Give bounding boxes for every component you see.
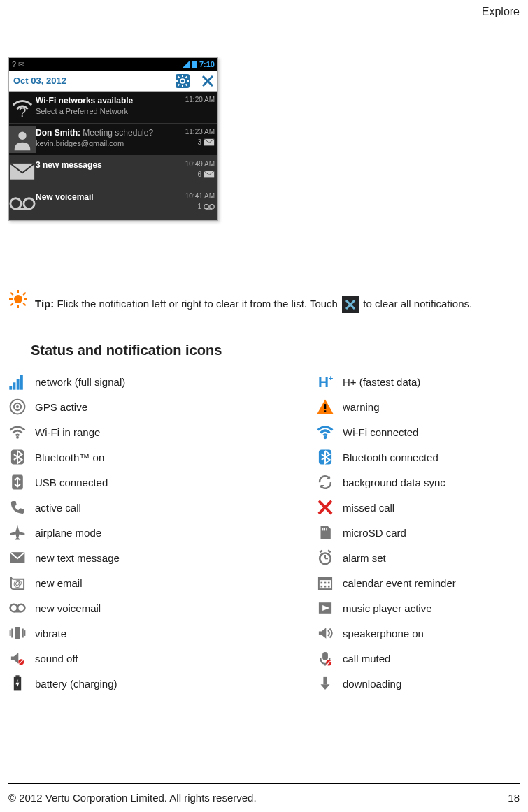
svg-line-8 bbox=[186, 84, 187, 85]
svg-rect-28 bbox=[9, 298, 13, 300]
icon-label: active call bbox=[35, 502, 81, 514]
svg-rect-83 bbox=[322, 652, 328, 660]
svg-point-72 bbox=[10, 604, 17, 611]
icon-definition: vibrate bbox=[8, 624, 316, 642]
table-row: GPS activewarning bbox=[8, 394, 519, 419]
voicemail-icon bbox=[9, 188, 36, 219]
svg-rect-38 bbox=[17, 379, 20, 390]
notification-title: Don Smith: Meeting schedule? bbox=[36, 128, 174, 138]
notification-meta: 11:20 AM bbox=[177, 92, 217, 123]
table-row: new voicemailmusic player active bbox=[8, 595, 519, 621]
icon-definition: calendar event reminder bbox=[316, 574, 512, 592]
table-row: network (full signal)H+H+ (fastest data) bbox=[8, 369, 519, 394]
icon-definition: warning bbox=[316, 398, 512, 416]
section-heading: Status and notification icons bbox=[31, 342, 222, 358]
table-row: sound offcall muted bbox=[8, 646, 519, 671]
phone-screenshot: ? ✉ 7:10 Oct 03, 2012 ?Wi-Fi networks av… bbox=[8, 57, 218, 221]
notification-row[interactable]: ?Wi-Fi networks availableSelect a Prefer… bbox=[9, 92, 217, 124]
notification-body: 3 new messages bbox=[36, 156, 177, 187]
bluetooth-connected-icon bbox=[316, 448, 334, 466]
svg-point-2 bbox=[180, 79, 185, 83]
table-row: @new emailcalendar event reminder bbox=[8, 570, 519, 595]
alarm-set-icon bbox=[316, 549, 334, 567]
table-row: airplane modemicroSD card bbox=[8, 520, 519, 545]
svg-line-61 bbox=[320, 551, 322, 553]
svg-text:@: @ bbox=[13, 578, 22, 588]
icon-label: Bluetooth connected bbox=[343, 451, 438, 463]
warning-icon bbox=[316, 398, 334, 416]
active-call-icon bbox=[8, 498, 27, 516]
svg-rect-66 bbox=[321, 582, 323, 584]
svg-rect-67 bbox=[324, 582, 327, 584]
icon-label: microSD card bbox=[343, 527, 406, 539]
icon-label: speakerphone on bbox=[343, 628, 424, 639]
icon-definition: microSD card bbox=[316, 523, 512, 542]
svg-rect-69 bbox=[321, 586, 323, 588]
icon-definition: USB connected bbox=[8, 473, 316, 491]
svg-line-62 bbox=[328, 551, 331, 553]
calendar-reminder-icon bbox=[316, 574, 334, 592]
phone-date-bar: Oct 03, 2012 bbox=[9, 71, 217, 92]
icon-definition: Bluetooth connected bbox=[316, 448, 512, 466]
svg-point-23 bbox=[210, 204, 214, 208]
svg-rect-88 bbox=[15, 675, 19, 677]
icon-definition: alarm set bbox=[316, 549, 512, 567]
icon-definition: background data sync bbox=[316, 473, 512, 491]
h-plus-icon: H+ bbox=[316, 372, 334, 391]
icon-label: downloading bbox=[343, 678, 401, 690]
table-row: battery (charging)downloading bbox=[8, 671, 519, 696]
icon-label: GPS active bbox=[35, 401, 87, 413]
phone-status-right: 7:10 bbox=[183, 60, 215, 68]
svg-point-19 bbox=[10, 198, 21, 209]
clear-all-icon[interactable] bbox=[342, 296, 359, 313]
svg-rect-45 bbox=[324, 404, 327, 409]
svg-line-7 bbox=[178, 76, 180, 78]
svg-rect-36 bbox=[9, 386, 12, 390]
svg-rect-30 bbox=[10, 292, 14, 296]
tip-text: Tip: Flick the notification left or righ… bbox=[35, 289, 472, 313]
svg-rect-65 bbox=[319, 577, 331, 580]
new-voicemail-icon bbox=[8, 599, 27, 617]
icon-label: calendar event reminder bbox=[343, 577, 456, 589]
gear-icon[interactable] bbox=[176, 74, 190, 88]
svg-point-22 bbox=[204, 204, 208, 208]
notification-body: Don Smith: Meeting schedule?kevin.bridge… bbox=[36, 124, 177, 155]
close-icon[interactable] bbox=[197, 71, 217, 92]
svg-point-47 bbox=[16, 436, 19, 439]
notification-row[interactable]: New voicemail10:41 AM1 bbox=[9, 188, 217, 220]
icons-table: network (full signal)H+H+ (fastest data)… bbox=[8, 369, 519, 696]
notification-subtitle: Select a Preferred Network bbox=[36, 107, 174, 115]
svg-rect-54 bbox=[322, 528, 323, 531]
icon-definition: Bluetooth™ on bbox=[8, 448, 316, 466]
icon-definition: airplane mode bbox=[8, 523, 316, 542]
icon-label: battery (charging) bbox=[35, 678, 117, 690]
battery-charging-icon bbox=[8, 674, 27, 693]
icon-label: background data sync bbox=[343, 477, 445, 488]
svg-rect-32 bbox=[10, 303, 14, 306]
svg-text:+: + bbox=[328, 373, 333, 382]
notification-row[interactable]: Don Smith: Meeting schedule?kevin.bridge… bbox=[9, 124, 217, 156]
notification-count: 3 bbox=[180, 138, 215, 146]
svg-rect-46 bbox=[324, 410, 327, 412]
page-footer: © 2012 Vertu Corporation Limited. All ri… bbox=[8, 792, 520, 804]
footer-divider bbox=[8, 783, 520, 784]
svg-rect-1 bbox=[194, 61, 195, 61]
icon-definition: GPS active bbox=[8, 398, 316, 416]
notification-count: 6 bbox=[180, 171, 215, 178]
icon-definition: H+H+ (fastest data) bbox=[316, 372, 512, 391]
header-divider bbox=[8, 27, 520, 27]
notification-meta: 10:41 AM1 bbox=[177, 188, 217, 219]
missed-call-icon bbox=[316, 498, 334, 516]
svg-rect-56 bbox=[326, 528, 327, 531]
svg-rect-70 bbox=[324, 586, 327, 588]
svg-rect-37 bbox=[13, 382, 16, 389]
notification-time: 11:23 AM bbox=[180, 128, 215, 136]
icon-definition: speakerphone on bbox=[316, 624, 512, 642]
tip-text-part2: to clear all notifications. bbox=[360, 298, 472, 310]
svg-rect-76 bbox=[15, 627, 20, 639]
tip-text-part1: Flick the notification left or right to … bbox=[54, 298, 341, 310]
table-row: Wi-Fi in rangeWi-Fi connected bbox=[8, 419, 519, 444]
notification-row[interactable]: 3 new messages10:49 AM6 bbox=[9, 156, 217, 188]
icon-label: call muted bbox=[343, 653, 390, 665]
notification-time: 11:20 AM bbox=[180, 96, 215, 103]
